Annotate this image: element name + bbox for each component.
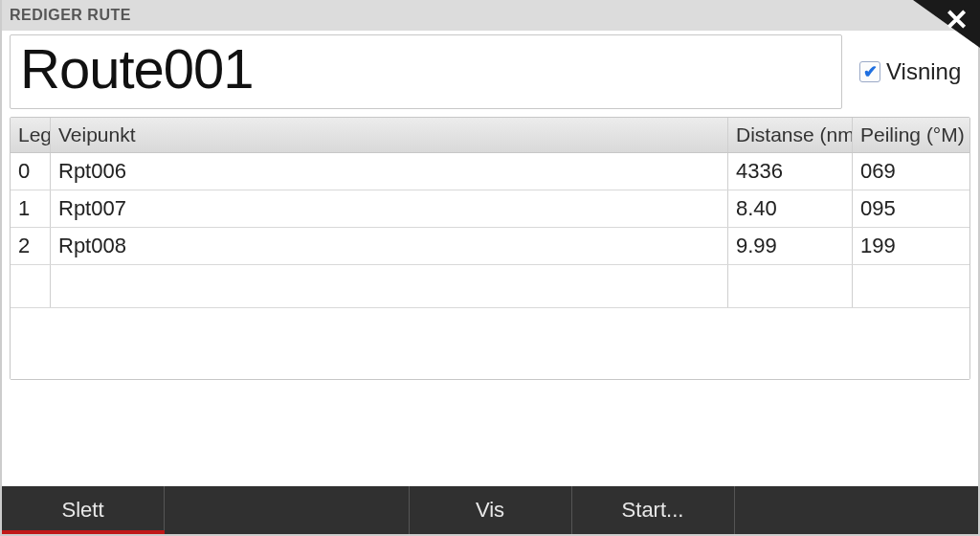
cell-waypoint: Rpt007 bbox=[51, 190, 728, 227]
table-row[interactable]: 2 Rpt008 9.99 199 bbox=[11, 228, 969, 265]
table-row[interactable]: 0 Rpt006 4336 069 bbox=[11, 153, 969, 190]
cell-leg: 1 bbox=[11, 190, 51, 227]
cell-leg bbox=[11, 265, 51, 307]
route-name-row: Route001 ✔ Visning bbox=[10, 34, 970, 109]
close-button[interactable]: ✕ bbox=[894, 0, 980, 48]
delete-button[interactable]: Slett bbox=[2, 486, 165, 534]
window-title: REDIGER RUTE bbox=[10, 7, 131, 24]
active-tab-underline bbox=[2, 530, 165, 534]
cell-distance: 9.99 bbox=[728, 228, 853, 264]
col-header-distance[interactable]: Distanse (nm) bbox=[728, 118, 853, 152]
edit-route-window: REDIGER RUTE ✕ Route001 ✔ Visning Leg Ve… bbox=[0, 0, 980, 536]
display-checkbox[interactable]: ✔ bbox=[859, 61, 880, 82]
cell-distance bbox=[728, 265, 853, 307]
cell-waypoint: Rpt006 bbox=[51, 153, 728, 190]
waypoints-table: Leg Veipunkt Distanse (nm) Peiling (°M) … bbox=[10, 117, 970, 380]
col-header-leg[interactable]: Leg bbox=[11, 118, 51, 152]
table-header: Leg Veipunkt Distanse (nm) Peiling (°M) bbox=[11, 118, 969, 153]
cell-distance: 4336 bbox=[728, 153, 853, 190]
route-name-value: Route001 bbox=[20, 41, 832, 97]
cell-bearing: 095 bbox=[853, 190, 969, 227]
titlebar: REDIGER RUTE ✕ bbox=[2, 0, 978, 31]
bottom-toolbar: Slett Vis Start... bbox=[2, 486, 978, 534]
cell-bearing bbox=[853, 265, 969, 307]
close-icon: ✕ bbox=[945, 6, 969, 34]
display-toggle-label: Visning bbox=[886, 58, 961, 85]
cell-leg: 0 bbox=[11, 153, 51, 190]
cell-bearing: 199 bbox=[853, 228, 969, 264]
cell-leg: 2 bbox=[11, 228, 51, 264]
cell-waypoint bbox=[51, 265, 728, 307]
col-header-waypoint[interactable]: Veipunkt bbox=[51, 118, 728, 152]
check-icon: ✔ bbox=[863, 63, 878, 80]
toolbar-spacer bbox=[735, 486, 979, 534]
table-scroll-area[interactable] bbox=[11, 308, 969, 379]
show-button[interactable]: Vis bbox=[410, 486, 572, 534]
toolbar-spacer bbox=[165, 486, 410, 534]
route-name-input[interactable]: Route001 bbox=[10, 34, 842, 109]
table-row-empty[interactable] bbox=[11, 265, 969, 308]
content-area: Route001 ✔ Visning Leg Veipunkt Distanse… bbox=[2, 31, 978, 486]
col-header-bearing[interactable]: Peiling (°M) bbox=[853, 118, 969, 152]
cell-bearing: 069 bbox=[853, 153, 969, 190]
cell-waypoint: Rpt008 bbox=[51, 228, 728, 264]
display-toggle[interactable]: ✔ Visning bbox=[859, 58, 961, 85]
table-row[interactable]: 1 Rpt007 8.40 095 bbox=[11, 190, 969, 228]
start-button[interactable]: Start... bbox=[572, 486, 735, 534]
cell-distance: 8.40 bbox=[728, 190, 853, 227]
